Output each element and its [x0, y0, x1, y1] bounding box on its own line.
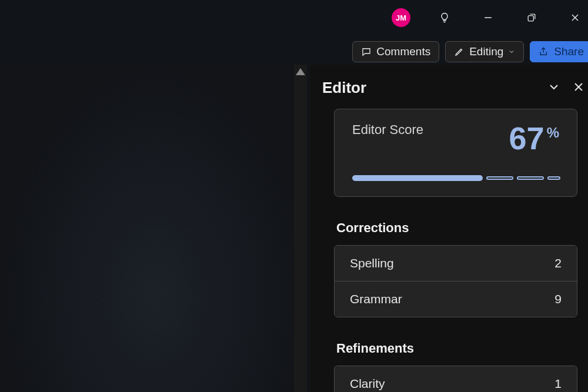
editing-label: Editing	[469, 45, 503, 58]
list-item-count: 2	[554, 256, 562, 270]
corrections-title: Corrections	[334, 220, 577, 236]
list-item-count: 9	[554, 292, 562, 306]
panel-header: Editor	[310, 75, 588, 109]
share-icon	[539, 46, 549, 57]
user-avatar[interactable]: JM	[392, 8, 410, 27]
comments-label: Comments	[376, 45, 430, 58]
list-item-label: Spelling	[350, 256, 394, 270]
correction-item-spelling[interactable]: Spelling 2	[335, 246, 577, 281]
minimize-button[interactable]	[475, 5, 501, 31]
score-segment-1	[352, 175, 483, 181]
score-number: 67	[509, 122, 544, 154]
vertical-scrollbar[interactable]	[294, 65, 307, 392]
collapse-button[interactable]	[547, 80, 561, 96]
close-panel-button[interactable]	[572, 80, 586, 96]
panel-title: Editor	[322, 79, 366, 97]
titlebar: JM	[0, 0, 588, 35]
list-item-label: Grammar	[350, 292, 402, 306]
comments-button[interactable]: Comments	[352, 41, 439, 62]
corrections-list: Spelling 2 Grammar 9	[334, 245, 577, 317]
lightbulb-icon[interactable]	[432, 5, 457, 31]
editing-mode-button[interactable]: Editing	[445, 41, 524, 62]
share-label: Share	[554, 45, 584, 58]
score-row: Editor Score 67 %	[352, 122, 559, 154]
document-canvas[interactable]	[0, 65, 309, 392]
scroll-track[interactable]	[294, 75, 307, 392]
scroll-up-icon[interactable]	[296, 68, 305, 75]
comment-icon	[361, 46, 372, 57]
panel-actions	[547, 80, 583, 96]
close-button[interactable]	[562, 5, 588, 31]
editor-score-card[interactable]: Editor Score 67 %	[334, 109, 577, 197]
refinements-list: Clarity 1	[334, 366, 577, 392]
svg-rect-1	[528, 16, 533, 21]
list-item-count: 1	[554, 377, 562, 391]
avatar-initials: JM	[396, 14, 406, 22]
score-unit: %	[547, 125, 559, 141]
refinement-item-clarity[interactable]: Clarity 1	[335, 366, 577, 392]
list-item-label: Clarity	[350, 377, 385, 391]
refinements-title: Refinements	[334, 341, 577, 356]
score-segment-4	[547, 176, 560, 180]
score-value: 67 %	[509, 122, 559, 154]
score-label: Editor Score	[352, 122, 423, 138]
correction-item-grammar[interactable]: Grammar 9	[335, 281, 577, 317]
editor-panel: Editor Editor Score 67 %	[310, 65, 588, 392]
score-segment-3	[517, 176, 544, 180]
share-button[interactable]: Share	[530, 41, 588, 62]
top-toolbar: Comments Editing Share	[352, 41, 588, 62]
panel-body: Editor Score 67 % Corrections Spelling 2	[310, 109, 588, 392]
chevron-down-icon	[508, 48, 515, 55]
score-segment-2	[486, 176, 513, 180]
score-bar	[352, 175, 559, 181]
restore-button[interactable]	[519, 5, 544, 31]
pencil-icon	[454, 46, 465, 57]
